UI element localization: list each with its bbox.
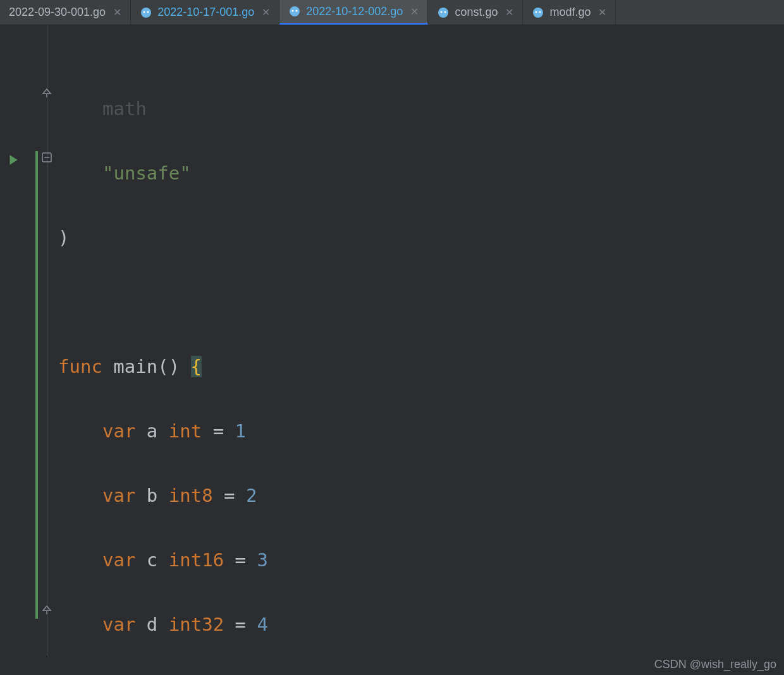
run-icon[interactable] — [6, 153, 20, 169]
tab-1[interactable]: 2022-10-17-001.go ✕ — [131, 0, 279, 25]
svg-point-6 — [438, 8, 448, 18]
kw-func: func — [58, 356, 102, 377]
close-icon[interactable]: ✕ — [113, 6, 121, 18]
vcs-change-stripe — [35, 151, 38, 619]
svg-point-5 — [296, 10, 298, 12]
svg-point-8 — [444, 11, 446, 13]
svg-point-9 — [533, 8, 543, 18]
tab-label: const.go — [455, 6, 498, 19]
fold-down-icon[interactable] — [40, 151, 53, 164]
code-text: math — [102, 98, 147, 119]
svg-point-1 — [144, 11, 145, 13]
tab-3[interactable]: const.go ✕ — [428, 0, 523, 25]
code-text: "unsafe" — [102, 162, 191, 184]
tab-label: modf.go — [549, 6, 591, 19]
go-file-icon — [532, 6, 544, 19]
gutter — [0, 25, 58, 675]
editor: math "unsafe" ) func main() { var a int … — [0, 25, 784, 675]
func-name: main — [113, 356, 157, 377]
close-icon[interactable]: ✕ — [598, 6, 606, 18]
svg-point-2 — [147, 11, 149, 13]
tab-2[interactable]: 2022-10-12-002.go ✕ — [279, 0, 428, 25]
brace-open: { — [191, 356, 202, 377]
close-icon[interactable]: ✕ — [505, 6, 513, 18]
tab-4[interactable]: modf.go ✕ — [523, 0, 616, 25]
code-area[interactable]: math "unsafe" ) func main() { var a int … — [58, 25, 784, 675]
fold-up-icon[interactable] — [40, 603, 53, 616]
tab-label: 2022-09-30-001.go — [9, 6, 106, 19]
go-file-icon — [437, 6, 450, 19]
fold-guide-line — [47, 25, 47, 656]
tab-label: 2022-10-12-002.go — [306, 5, 403, 18]
svg-point-3 — [290, 6, 300, 16]
close-icon[interactable]: ✕ — [262, 6, 270, 18]
svg-point-7 — [441, 11, 443, 13]
tab-bar: 2022-09-30-001.go ✕ 2022-10-17-001.go ✕ … — [0, 0, 784, 25]
go-file-icon — [140, 6, 152, 19]
tab-label: 2022-10-17-001.go — [157, 6, 254, 19]
svg-point-0 — [141, 8, 151, 18]
watermark: CSDN @wish_really_go — [654, 658, 776, 671]
code-text: ) — [58, 227, 69, 248]
close-icon[interactable]: ✕ — [410, 6, 419, 18]
fold-up-icon[interactable] — [40, 86, 53, 99]
svg-point-4 — [292, 10, 294, 12]
tab-0[interactable]: 2022-09-30-001.go ✕ — [0, 0, 131, 25]
svg-point-10 — [536, 11, 537, 13]
go-file-icon — [288, 5, 301, 18]
svg-point-11 — [539, 11, 541, 13]
